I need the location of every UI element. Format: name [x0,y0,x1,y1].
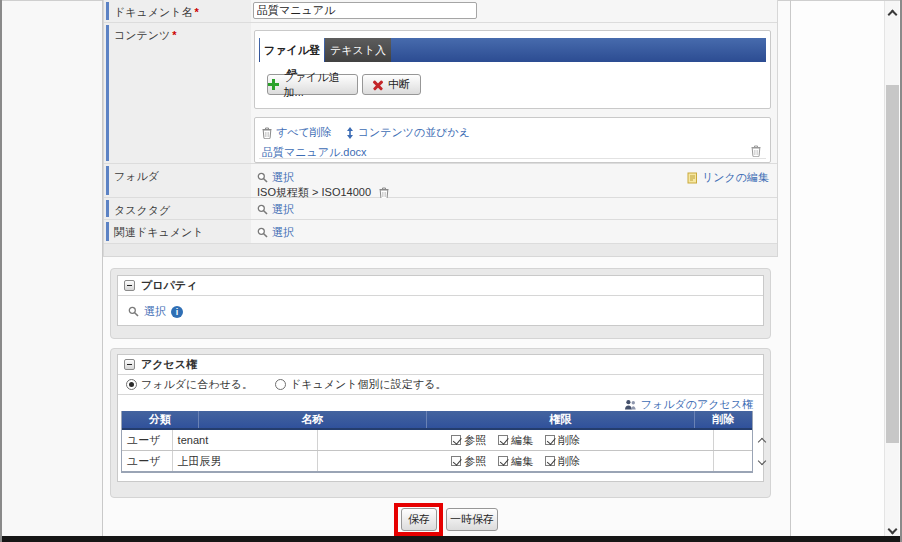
sort-icon [346,127,354,139]
magnifier-icon [257,204,268,215]
delete-all-link[interactable]: すべて削除 [262,125,332,140]
scrollbar-thumb[interactable] [886,85,899,443]
collapse-icon[interactable] [124,359,135,370]
related-document-select-link[interactable]: 選択 [272,225,294,240]
scroll-down-button[interactable] [889,523,896,535]
document-form: ドキュメント名* コンテンツ* ファイル登録 テキスト入力 ファイル追加... [103,0,778,257]
tab-file-register[interactable]: ファイル登録 [260,38,324,62]
form-row-related-document: 関連ドキュメント 選択 [104,220,777,244]
cell-delete [714,430,752,450]
file-delete-button[interactable] [751,145,761,157]
cell-category: ユーザ [122,430,173,450]
checkbox-view[interactable] [451,456,461,466]
reorder-contents-link[interactable]: コンテンツの並びかえ [346,125,470,140]
checkbox-delete[interactable] [545,435,555,445]
checkbox-edit[interactable] [498,456,508,466]
property-section: プロパティ 選択 [110,268,771,339]
scroll-up-button[interactable] [889,8,896,20]
form-row-contents: コンテンツ* ファイル登録 テキスト入力 ファイル追加... 中断 [104,23,777,164]
perm-label: 参照 [464,433,486,448]
file-link[interactable]: 品質マニュアル.docx [262,146,367,158]
reorder-label: コンテンツの並びかえ [358,125,470,140]
add-file-label: ファイル追加... [284,70,357,100]
radio-icon [275,379,286,390]
left-margin-area [2,1,102,536]
trash-icon [751,145,761,157]
access-rights-panel: アクセス権 フォルダに合わせる。 ドキュメント個別に設定する。 フォルダのアクセ… [117,354,764,482]
chevron-down-icon [758,457,766,465]
checkbox-edit[interactable] [498,435,508,445]
related-document-value-cell: 選択 [251,220,777,244]
people-icon [624,399,637,411]
plus-icon [268,79,279,90]
tab-text-input[interactable]: テキスト入力 [325,38,391,62]
checkbox-delete[interactable] [545,456,555,466]
cell-category: ユーザ [122,451,173,471]
checkbox-view[interactable] [451,435,461,445]
access-table-header: 分類 名称 権限 削除 [122,411,752,430]
access-rights-section: アクセス権 フォルダに合わせる。 ドキュメント個別に設定する。 フォルダのアクセ… [110,348,771,498]
form-row-task-tag: タスクタグ 選択 [104,198,777,220]
table-scroll-down-button[interactable] [759,454,765,466]
radio-label: フォルダに合わせる。 [141,377,253,392]
chevron-down-icon [888,525,898,535]
edit-link-link[interactable]: リンクの編集 [687,170,769,185]
folder-access-rights-link[interactable]: フォルダのアクセス権 [624,397,753,412]
document-name-input[interactable] [253,2,477,19]
table-row: ユーザ tenant 参照 編集 削除 [122,430,752,451]
form-row-document-name: ドキュメント名* [104,0,777,23]
edit-link-label: リンクの編集 [702,170,769,185]
access-rights-header: アクセス権 [118,355,763,375]
panel-divider-right [790,0,791,536]
perm-label: 編集 [511,454,533,469]
cell-permissions: 参照 編集 削除 [318,451,714,471]
header-permission: 権限 [427,411,696,428]
vertical-scrollbar[interactable] [884,1,899,536]
right-margin-area [791,1,884,536]
file-list-box: すべて削除 コンテンツの並びかえ 品質マニュアル.docx [254,117,771,163]
label-text: コンテンツ [114,29,170,41]
radio-match-folder[interactable]: フォルダに合わせる。 [126,377,253,392]
folder-label: フォルダ [104,164,251,198]
note-icon [687,172,698,184]
magnifier-icon [257,227,268,238]
contents-label: コンテンツ* [104,23,251,164]
file-row: 品質マニュアル.docx [262,145,763,159]
required-mark: * [172,29,176,41]
label-text: 関連ドキュメント [114,226,204,238]
abort-button[interactable]: 中断 [362,74,421,95]
perm-label: 参照 [464,454,486,469]
contents-value-cell: ファイル登録 テキスト入力 ファイル追加... 中断 すべて削除 [251,23,777,164]
folder-select-link[interactable]: 選択 [272,170,294,185]
property-select-link[interactable]: 選択 [144,304,166,319]
temporary-save-button[interactable]: 一時保存 [446,508,498,531]
chevron-up-icon [888,10,898,20]
chevron-up-icon [758,438,766,446]
task-tag-select-link[interactable]: 選択 [272,202,294,217]
folder-access-rights-label: フォルダのアクセス権 [641,397,753,412]
folder-delete-button[interactable] [379,187,389,199]
label-text: ドキュメント名 [114,6,193,18]
trash-icon [379,187,389,199]
save-button[interactable]: 保存 [401,508,437,531]
task-tag-label: タスクタグ [104,198,251,220]
collapse-icon[interactable] [124,280,135,291]
magnifier-icon [128,306,139,317]
cell-delete [714,451,752,471]
label-text: フォルダ [114,170,159,182]
access-rights-title: アクセス権 [141,357,197,372]
info-icon[interactable] [171,306,183,318]
radio-individual-setting[interactable]: ドキュメント個別に設定する。 [275,377,446,392]
header-name: 名称 [199,411,427,428]
label-text: タスクタグ [114,204,170,216]
trash-icon [262,127,272,139]
cell-name: 上田辰男 [173,451,318,471]
radio-label: ドキュメント個別に設定する。 [290,377,446,392]
window-border-left [0,0,2,542]
magnifier-icon [257,172,268,183]
perm-label: 削除 [558,433,580,448]
cell-permissions: 参照 編集 削除 [318,430,714,450]
table-scroll-up-button[interactable] [759,435,765,447]
add-file-button[interactable]: ファイル追加... [267,74,358,95]
related-document-label: 関連ドキュメント [104,220,251,244]
